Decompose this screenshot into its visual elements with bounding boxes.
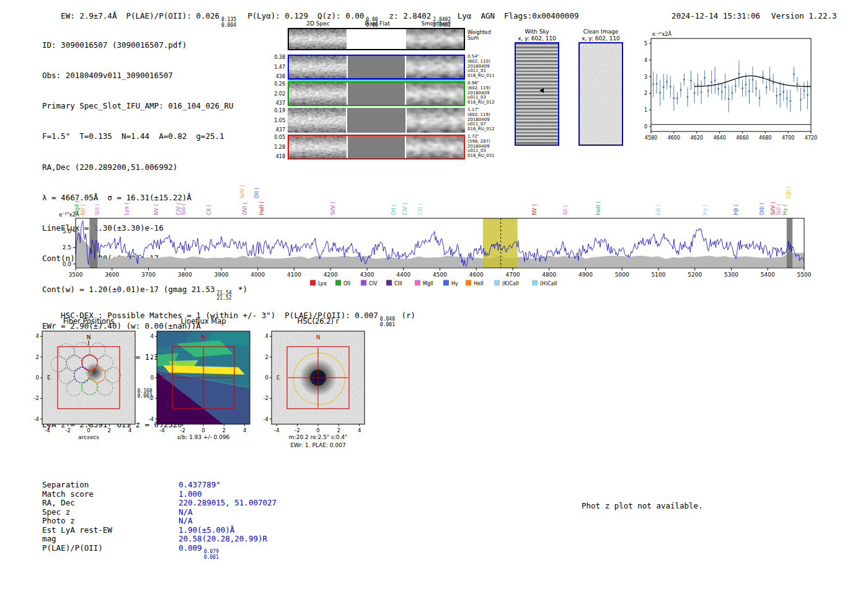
legend-label: CIII: [394, 281, 402, 287]
emission-line-label: CIV (: [402, 203, 408, 215]
fiber-positions-title: Fiber Positions: [42, 317, 135, 326]
svg-text:e⁻¹⁷x2Å: e⁻¹⁷x2Å: [652, 30, 671, 37]
match-plae-uncertainty: 0.0790.001: [204, 549, 219, 560]
svg-text:2: 2: [223, 427, 226, 433]
east-label: E: [277, 375, 280, 381]
error-band: [76, 228, 804, 267]
spec2d-row-annotation: 1.72"(598, 287)20180409v011_03016_RU_031: [467, 135, 512, 159]
legend-swatch: [386, 280, 392, 286]
hsc-cutout-plot: -4-4-2-2002244NE: [244, 326, 368, 435]
match-value: 20.58(20.28,20.99)R: [179, 534, 267, 543]
svg-text:5100: 5100: [652, 272, 666, 278]
lineflux-caption: s/b: 1.93 +/- 0.096: [151, 434, 256, 440]
match-label: mag: [42, 534, 56, 543]
svg-text:5300: 5300: [724, 272, 738, 278]
svg-text:0: 0: [316, 427, 319, 433]
pixel-flat-image: [348, 29, 405, 49]
svg-text:2: 2: [36, 354, 39, 360]
svg-text:4300: 4300: [360, 272, 374, 278]
col-header-2dspec: 2D Spec: [289, 20, 347, 27]
masked-band: [89, 218, 97, 268]
match-label: P(LAE)/P(OII): [42, 543, 103, 553]
full-spectrum-plot: 0.02.55.0e⁻¹⁷x2Å350036003700380039004000…: [37, 166, 843, 293]
svg-text:0.0: 0.0: [63, 261, 72, 267]
match-value: 1.90(±5.00)Å: [179, 525, 234, 535]
spec2d-row-2: [288, 81, 465, 106]
emission-line-label: Hβ (: [733, 204, 739, 215]
svg-text:2: 2: [151, 354, 154, 360]
emission-line-label: OII (: [391, 204, 397, 215]
east-label: E: [162, 375, 166, 381]
svg-text:-2: -2: [34, 395, 39, 401]
lineflux-map-plot: -4-4-2-2002244NE: [130, 326, 254, 435]
legend-swatch: [310, 280, 316, 286]
svg-text:-4: -4: [159, 427, 164, 433]
svg-text:-4: -4: [34, 416, 39, 422]
svg-text:4500: 4500: [433, 272, 447, 278]
svg-text:4: 4: [36, 333, 39, 339]
spec2d-row-3: [288, 108, 465, 133]
svg-text:4400: 4400: [396, 272, 410, 278]
fiber-positions-plot: -4-4-2-2002244NE: [15, 326, 139, 435]
smoothed-image: [406, 29, 464, 49]
info-id: ID: 3090016507 (3090016507.pdf): [42, 40, 247, 50]
svg-text:0: 0: [36, 375, 39, 381]
spec2d-row-stats: 0.191.05437: [267, 108, 285, 133]
svg-text:4000: 4000: [250, 272, 265, 278]
svg-text:4800: 4800: [542, 272, 556, 278]
svg-text:4: 4: [151, 333, 154, 339]
svg-text:2.5: 2.5: [63, 244, 71, 251]
svg-text:4200: 4200: [324, 272, 338, 278]
match-value: 0.0090.0790.001: [179, 543, 221, 560]
info-obs: Obs: 20180409v011_3090016507: [42, 71, 247, 81]
weighted-sum-label: Weighted Sum: [467, 30, 491, 41]
svg-text:-2: -2: [180, 427, 185, 433]
svg-text:4580: 4580: [645, 135, 657, 141]
match-value: 0.437789": [179, 480, 221, 489]
legend-swatch: [443, 280, 449, 286]
svg-text:2: 2: [108, 427, 111, 433]
legend-label: HeII: [474, 281, 484, 287]
emission-line-label: OII (: [254, 187, 260, 198]
svg-text:4700: 4700: [782, 135, 794, 141]
emission-line-label: OVI (: [242, 202, 248, 215]
svg-text:4620: 4620: [691, 135, 703, 141]
legend-label: (H)CaII: [540, 281, 557, 287]
svg-text:-2: -2: [65, 427, 70, 433]
fiber-xlabel: arcsecs: [42, 434, 135, 440]
spec2d-weighted-row: [288, 28, 465, 50]
spec2d-row-stats: 0.051.28418: [267, 135, 285, 159]
match-value: N/A: [179, 516, 193, 525]
summary-ew-plae: EW: 2.9±7.4Å P(LAE)/P(OII): 0.026: [61, 11, 219, 20]
legend-label: (K)CaII: [502, 281, 519, 287]
legend-swatch: [335, 280, 341, 286]
svg-text:4700: 4700: [506, 272, 520, 278]
info-primary-amp: Primary Spec_Slot_IFU_AMP: 016_104_026_R…: [42, 101, 247, 111]
match-label: Photo z: [42, 516, 75, 525]
legend-label: MgII: [423, 281, 433, 287]
spec2d-row-stats: 0.381.47438: [267, 55, 285, 79]
emission-line-label: Hγ (: [782, 205, 788, 215]
pixel-flat-image: [348, 82, 405, 105]
match-label: Est LyA rest-EW: [42, 525, 112, 535]
emission-line-label: SiIV (: [330, 202, 336, 215]
svg-text:5000: 5000: [615, 272, 629, 278]
col-header-smoothed: Smoothed: [407, 20, 464, 27]
svg-text:1: 1: [644, 107, 647, 113]
smoothed-image: [406, 82, 464, 105]
info-seeing: F=1.5" T=0.135 N=1.44 A=0.82 g=25.1: [42, 131, 247, 141]
svg-text:5400: 5400: [761, 272, 775, 278]
svg-text:4680: 4680: [759, 135, 771, 141]
svg-text:4100: 4100: [287, 272, 301, 278]
north-label: N: [87, 334, 91, 340]
zoomed-spectrum-plot: e⁻¹⁷x2Å012345458046004620464046604680470…: [625, 29, 842, 146]
emission-line-label: Hγ (: [702, 205, 708, 215]
svg-text:3700: 3700: [141, 272, 156, 278]
svg-text:4: 4: [265, 333, 268, 339]
svg-text:2: 2: [337, 427, 340, 433]
svg-text:4: 4: [644, 58, 647, 63]
report-version: Version 1.22.3: [771, 11, 836, 20]
emission-line-label: MgII (: [74, 200, 80, 215]
emission-line-label: SiII (: [94, 203, 100, 215]
svg-text:3900: 3900: [215, 272, 229, 278]
